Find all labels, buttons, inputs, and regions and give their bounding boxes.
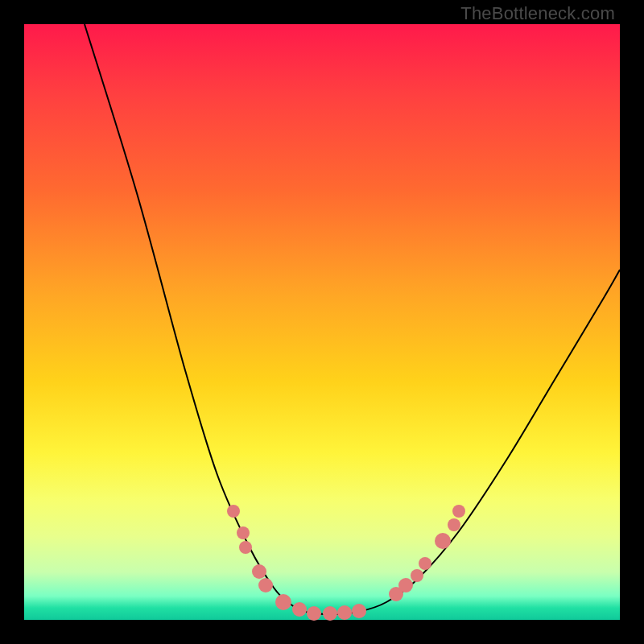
data-dot (337, 605, 352, 620)
data-dot (435, 533, 451, 549)
bottleneck-curve (85, 24, 620, 614)
plot-area (24, 24, 620, 620)
data-dot (237, 526, 250, 539)
data-dot (419, 557, 431, 570)
data-dot (275, 594, 291, 610)
data-dot (252, 564, 266, 579)
data-dot (227, 505, 240, 518)
data-dot (292, 602, 307, 617)
watermark-text: TheBottleneck.com (460, 3, 615, 24)
data-dot (452, 505, 465, 518)
data-dot (352, 604, 366, 618)
data-dot (307, 606, 321, 621)
bottleneck-curve-svg (24, 24, 620, 620)
dots-group (227, 505, 465, 621)
data-dot (239, 541, 252, 554)
data-dot (323, 606, 337, 621)
data-dot (258, 578, 273, 592)
data-dot (411, 569, 423, 582)
data-dot (448, 518, 460, 531)
data-dot (398, 578, 413, 592)
chart-frame: TheBottleneck.com (0, 0, 644, 644)
